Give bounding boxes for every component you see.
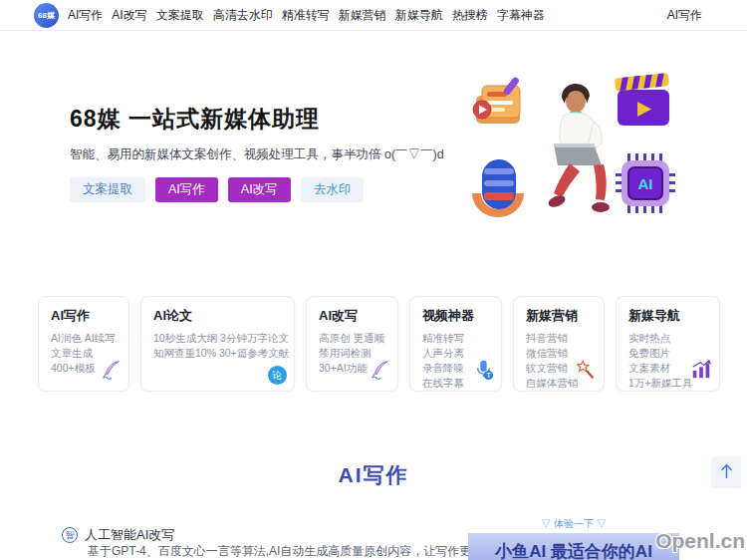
card-line: 10秒生成大纲 3分钟万字论文 — [153, 331, 282, 346]
watermark-remove-button[interactable]: 去水印 — [301, 177, 365, 202]
page-title: 68媒 一站式新媒体助理 — [70, 104, 320, 135]
feature-card-ai-rewrite[interactable]: AI改写 高原创 更通顺 禁用词检测 30+AI功能 — [306, 296, 398, 392]
watermark: Openl.cn — [655, 529, 745, 553]
feature-cards-row: AI写作 AI润色 AI续写 文章生成 400+模板 AI论文 10秒生成大纲 … — [38, 296, 720, 392]
card-title: AI写作 — [51, 307, 117, 325]
feature-heading: 人工智能AI改写 — [85, 526, 174, 544]
copy-extract-button[interactable]: 文案提取 — [70, 177, 145, 202]
logo[interactable]: 68媒 — [34, 3, 59, 28]
hero-illustration: AI — [460, 64, 687, 229]
promo-banner[interactable]: 小鱼AI 最适合你的AI — [468, 533, 679, 560]
try-it-label[interactable]: ▽ 体验一下 ▽ — [468, 517, 679, 531]
arrow-up-icon — [719, 462, 734, 482]
back-to-top-button[interactable] — [711, 456, 741, 488]
feature-card-ai-thesis[interactable]: AI论文 10秒生成大纲 3分钟万字论文 知网查重10% 30+篇参考文献 论 — [140, 296, 295, 392]
quill-icon — [369, 359, 390, 385]
ai-chip-icon: AI — [616, 153, 675, 213]
card-title: 新媒营销 — [526, 307, 592, 325]
ai-rewrite-button[interactable]: AI改写 — [228, 177, 291, 202]
page: 68媒 AI写作 AI改写 文案提取 高清去水印 精准转写 新媒营销 新媒导航 … — [0, 0, 747, 560]
card-line: 精准转写 — [422, 331, 489, 346]
card-line: 抖音营销 — [526, 331, 592, 346]
ai-writing-button[interactable]: AI写作 — [155, 177, 218, 202]
nav-item-transcribe[interactable]: 精准转写 — [282, 7, 330, 24]
podcast-mic-icon — [472, 159, 524, 217]
nav-item-ai-writing-right[interactable]: AI写作 — [667, 0, 702, 31]
nav-item-watermark-remove[interactable]: 高清去水印 — [213, 7, 273, 24]
nav-menu: AI写作 AI改写 文案提取 高清去水印 精准转写 新媒营销 新媒导航 热搜榜 … — [68, 0, 545, 31]
feature-heading-row: 智 人工智能AI改写 — [62, 526, 174, 544]
feature-card-ai-writing[interactable]: AI写作 AI润色 AI续写 文章生成 400+模板 — [38, 296, 129, 392]
chip-ai-label: AI — [638, 175, 653, 192]
top-nav: 68媒 AI写作 AI改写 文案提取 高清去水印 精准转写 新媒营销 新媒导航 … — [0, 0, 747, 31]
nav-item-ai-rewrite[interactable]: AI改写 — [112, 7, 146, 24]
magic-wand-icon — [575, 359, 597, 385]
card-line: 实时热点 — [628, 331, 707, 346]
nav-item-marketing[interactable]: 新媒营销 — [339, 7, 386, 24]
card-line: 高原创 更通顺 — [319, 331, 385, 346]
section-title-ai-writing: AI写作 — [0, 461, 747, 489]
hero-buttons: 文案提取 AI写作 AI改写 去水印 — [70, 177, 364, 202]
microphone-icon: T — [472, 359, 494, 385]
card-line: 知网查重10% 30+篇参考文献 — [153, 346, 282, 361]
nav-item-hot-list[interactable]: 热搜榜 — [452, 7, 488, 24]
clapperboard-icon — [615, 73, 669, 126]
bar-chart-icon — [690, 359, 712, 385]
card-line: AI润色 AI续写 — [51, 331, 117, 346]
feature-card-media-navigation[interactable]: 新媒导航 实时热点 免费图片 文案素材 1万+新媒工具 — [616, 296, 720, 392]
nav-item-navigation[interactable]: 新媒导航 — [395, 7, 443, 24]
card-title: AI改写 — [319, 307, 385, 325]
card-title: 新媒导航 — [628, 307, 707, 325]
promo-banner-text: 小鱼AI 最适合你的AI — [468, 540, 679, 560]
feature-card-video-tool[interactable]: 视频神器 精准转写 人声分离 录音降噪 在线字幕 T — [409, 296, 502, 392]
video-editor-icon — [473, 76, 520, 124]
card-title: AI论文 — [153, 307, 282, 325]
thesis-badge-icon: 论 — [268, 366, 287, 385]
ai-badge-icon: 智 — [62, 527, 78, 543]
nav-item-copy-extract[interactable]: 文案提取 — [156, 7, 204, 24]
quill-icon — [100, 359, 122, 385]
nav-item-ai-writing[interactable]: AI写作 — [68, 7, 103, 24]
hero-subtitle: 智能、易用的新媒体文案创作、视频处理工具，事半功倍 o(￣▽￣)d — [70, 146, 444, 163]
feature-description: 基于GPT-4、百度文心一言等算法,AI自动生成高质量原创内容，让写作更简单，让… — [88, 543, 478, 560]
feature-card-media-marketing[interactable]: 新媒营销 抖音营销 微信营销 软文营销 自媒体营销 — [513, 296, 605, 392]
person-illustration — [547, 84, 610, 212]
nav-item-subtitle-tool[interactable]: 字幕神器 — [497, 7, 545, 24]
card-title: 视频神器 — [422, 307, 489, 325]
